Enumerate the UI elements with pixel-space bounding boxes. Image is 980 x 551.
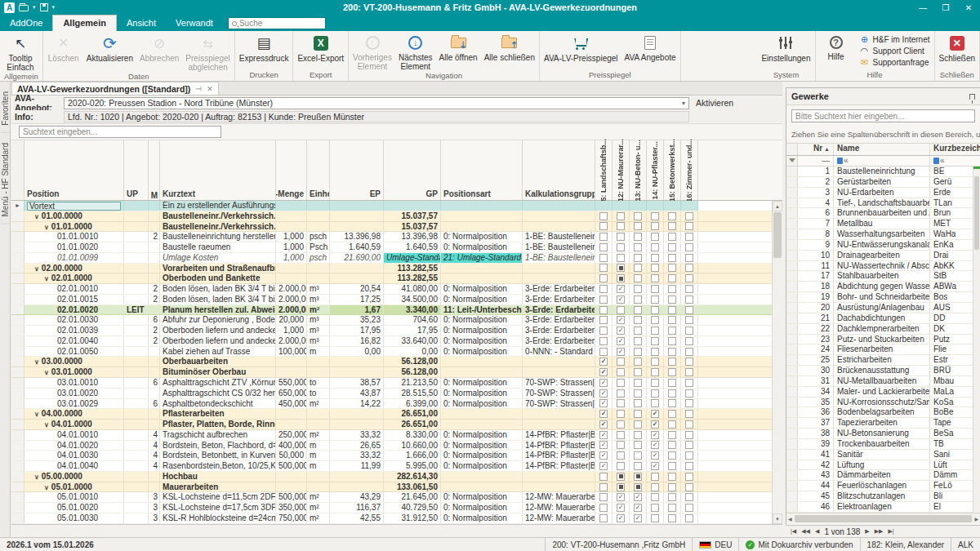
lv-cell-m[interactable] <box>149 222 160 232</box>
lv-cell-up[interactable] <box>124 492 149 502</box>
checkbox-unchecked[interactable] <box>634 222 642 230</box>
gw-cell-nr[interactable]: 9 <box>798 240 834 250</box>
lv-cell-gp[interactable]: 704,60 <box>384 315 441 325</box>
lv-cell-gewerk-5[interactable] <box>664 357 681 367</box>
gw-cell-name[interactable]: Dachabdichtungen <box>834 313 930 323</box>
lv-cell-up[interactable] <box>124 451 149 460</box>
gw-cell-nr[interactable]: 42 <box>798 460 834 470</box>
lv-cell-gewerk-5[interactable] <box>664 305 681 315</box>
checkbox-unchecked[interactable] <box>668 243 676 251</box>
lv-row[interactable]: 02.01.00402Oberboden liefern und andecke… <box>11 336 782 347</box>
lv-cell-pa[interactable]: 0: Normalposition <box>441 389 523 398</box>
lv-cell-gewerk-3[interactable] <box>630 472 647 482</box>
gewerk-row[interactable]: 20Ausrüstung/AnlagenbauAUS <box>786 303 980 313</box>
gw-filter-gw-name[interactable]: « <box>834 156 930 166</box>
checkbox-unchecked[interactable] <box>634 379 642 387</box>
checkbox-unchecked[interactable] <box>685 222 693 230</box>
checkbox-unchecked[interactable] <box>651 306 659 314</box>
lv-cell-gewerk-2[interactable]: ✓ <box>612 347 630 357</box>
checkbox-unchecked[interactable] <box>685 295 693 304</box>
lv-cell-gewerk-5[interactable] <box>664 367 681 377</box>
scroll-left-icon[interactable]: ◀ <box>788 516 792 522</box>
lv-cell-kg[interactable]: 3-Erde: Erdarbeiten <box>523 284 595 294</box>
checkbox-unchecked[interactable] <box>634 441 642 449</box>
vorheriges-element-button[interactable]: ↑VorherigesElement <box>350 32 395 71</box>
lv-cell-gewerk-6[interactable] <box>681 409 698 419</box>
checkbox-unchecked[interactable] <box>685 212 693 220</box>
lv-cell-eh[interactable]: m <box>307 451 330 460</box>
gw-cell-name[interactable]: Stahlbauarbeiten <box>834 271 930 281</box>
lv-cell-gewerk-1[interactable] <box>595 336 612 346</box>
lv-cell-kt[interactable]: Abfuhr zur Deponierung , Bodenkla... <box>160 315 276 325</box>
lv-cell-pos[interactable]: ∨01.00.0000 <box>24 211 124 221</box>
lv-cell-lm[interactable]: 450,000 <box>276 399 307 409</box>
column-header-gp[interactable]: GP <box>384 140 441 200</box>
lv-cell-ep[interactable]: 1,67 <box>330 305 384 315</box>
lv-cell-pos[interactable]: 04.01.0030 <box>24 451 124 460</box>
lv-cell-gewerk-6[interactable] <box>681 326 698 335</box>
lv-cell-eh[interactable]: Psch <box>307 242 330 252</box>
lv-cell-gewerk-6[interactable] <box>681 513 698 523</box>
lv-cell-up[interactable] <box>124 389 149 398</box>
checkbox-unchecked[interactable] <box>599 348 608 356</box>
lv-cell-gewerk-1[interactable]: ✓ <box>595 430 612 440</box>
gw-cell-name[interactable]: Metallbau <box>834 219 930 229</box>
lv-cell-kg[interactable]: 70-SWP: Strassen|Wege|... <box>523 378 595 388</box>
lv-cell-pos[interactable]: 05.01.0020 <box>24 503 124 513</box>
checkbox-unchecked[interactable] <box>634 212 642 220</box>
gw-cell-name[interactable]: Trockenbauarbeiten <box>834 439 930 449</box>
lv-cell-gp[interactable]: 1.640,59 <box>384 242 441 252</box>
lv-cell-eh[interactable] <box>307 472 330 482</box>
lv-row[interactable]: ►VortextEin zu erstellender Ausführungsp… <box>11 201 782 211</box>
gw-cell-nr[interactable]: 24 <box>798 344 834 354</box>
lv-cell-m[interactable] <box>149 347 160 357</box>
lv-cell-m[interactable]: 2 <box>149 232 160 242</box>
lv-cell-gewerk-2[interactable] <box>612 399 630 409</box>
lv-cell-gewerk-2[interactable] <box>612 253 630 263</box>
lv-row[interactable]: 03.01.00106Asphalttragschicht ZTV ,Körnu… <box>11 378 782 389</box>
lv-cell-eh[interactable]: m <box>307 441 330 451</box>
checkbox-unchecked[interactable] <box>685 420 693 429</box>
collapse-icon[interactable]: ∨ <box>44 275 49 282</box>
checkbox-unchecked[interactable] <box>685 243 693 251</box>
checkbox-unchecked[interactable] <box>634 420 642 429</box>
gewerk-row[interactable]: 2GerüstarbeitenGerü <box>786 177 980 188</box>
checkbox-unchecked[interactable] <box>599 295 608 304</box>
checkbox-unchecked[interactable] <box>617 243 625 251</box>
lv-cell-m[interactable] <box>149 253 160 263</box>
lv-cell-kg[interactable]: 3-Erde: Erdarbeiten <box>523 336 595 346</box>
lv-cell-pos[interactable]: 03.01.0029 <box>24 399 124 409</box>
lv-cell-kg[interactable] <box>523 420 595 429</box>
lv-cell-gewerk-1[interactable] <box>595 482 612 492</box>
lv-cell-up[interactable] <box>124 284 149 294</box>
lv-cell-gewerk-2[interactable] <box>612 242 630 252</box>
lv-cell-lm[interactable]: 100,000 <box>276 347 307 357</box>
lv-cell-gewerk-2[interactable] <box>612 461 630 471</box>
lv-cell-gewerk-5[interactable] <box>664 389 681 398</box>
gw-cell-name[interactable]: Lüftung <box>834 460 930 470</box>
lv-cell-ep[interactable] <box>330 264 384 273</box>
gw-column-header-nr[interactable]: Nr▲ <box>798 144 834 155</box>
gw-cell-name[interactable]: Brunnenbauarbeiten und Aufschlu... <box>834 208 930 218</box>
checkbox-unchecked[interactable] <box>599 264 608 272</box>
checkbox-checked[interactable]: ✓ <box>617 295 625 304</box>
checkbox-unchecked[interactable] <box>668 222 676 230</box>
lv-cell-gewerk-5[interactable] <box>664 315 681 325</box>
checkbox-checked[interactable]: ✓ <box>617 493 625 501</box>
lv-cell-gp[interactable]: 41.080,00 <box>384 284 441 294</box>
lv-cell-lm[interactable]: 500,000 <box>276 461 307 471</box>
gewerk-row[interactable]: 7MetallbauMET <box>786 219 980 229</box>
lv-cell-kt[interactable]: Asphalttragschicht ZTV ,Körnung 0/... <box>160 378 276 388</box>
naechstes-element-button[interactable]: ↓NächstesElement <box>395 32 436 71</box>
gw-cell-nr[interactable]: 19 <box>798 292 834 302</box>
checkbox-unchecked[interactable] <box>685 431 693 439</box>
lv-cell-ep[interactable]: 17,95 <box>330 326 384 335</box>
lv-cell-m[interactable]: 3 <box>149 513 160 523</box>
lv-cell-up[interactable] <box>124 264 149 273</box>
lv-cell-pos[interactable]: ∨05.00.0000 <box>24 472 124 482</box>
gw-cell-nr[interactable]: 35 <box>798 398 834 407</box>
checkbox-unchecked[interactable] <box>685 306 693 314</box>
checkbox-unchecked[interactable] <box>634 368 642 376</box>
gewerk-row[interactable]: 31NU-MetallbauarbeitenMbau <box>786 376 980 387</box>
checkbox-checked[interactable]: ✓ <box>599 441 608 449</box>
